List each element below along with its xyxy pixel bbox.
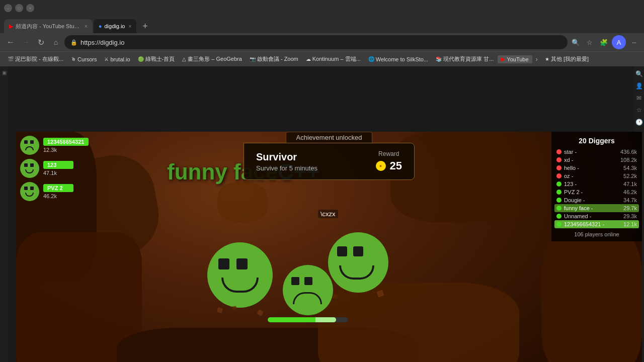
browser-search-icon[interactable]: 🔍: [570, 36, 582, 48]
sidebar-toggle-icon[interactable]: ▣: [0, 68, 8, 76]
player-avatar-3: [20, 182, 39, 201]
enemy-name-label: \cxzx: [318, 210, 338, 218]
lb-row-123: 123 - 47.1k: [554, 180, 639, 188]
tab-digdig[interactable]: ● digdig.io ×: [94, 19, 136, 33]
bookmark-geogebra[interactable]: △ 畫三角形 – GeoGebra: [179, 54, 246, 64]
tab-favicon-digdig: ●: [99, 23, 102, 29]
window-close-btn[interactable]: ×: [26, 4, 34, 12]
reward-coin-icon: ●: [376, 161, 386, 171]
nav-home-button[interactable]: ⌂: [49, 36, 62, 49]
char-mouth-middle-sad: [293, 292, 322, 304]
lb-row-funny-face: funny face - 29.7k: [554, 204, 639, 212]
bookmark-youtube[interactable]: ▶ YouTube: [498, 55, 532, 63]
char-face-big-right: [328, 232, 388, 293]
address-bar[interactable]: 🔒 https://digdig.io: [64, 35, 568, 49]
char-face-big-left: [207, 242, 273, 308]
char-mouth-big-right: [339, 265, 374, 280]
achievement-info: Survivor Survive for 5 minutes: [256, 151, 317, 172]
reward-value-row: ● 25: [376, 159, 402, 172]
tab-youtube-studio[interactable]: ▶ 頻道內容 - YouTube Studio ×: [4, 19, 93, 33]
new-tab-button[interactable]: +: [139, 19, 151, 33]
reward-label: Reward: [378, 150, 399, 157]
bookmarks-bar: 🎬 泥巴影院 - 在線觀... 🖱 Cursors ⚔ brutal.io 🟢 …: [0, 51, 644, 66]
browser-extensions-icon[interactable]: 🧩: [598, 36, 610, 48]
achievement-title: Survivor: [256, 151, 317, 163]
bookmark-zoom[interactable]: 📷 啟動會議 - Zoom: [246, 54, 302, 64]
sidebar-mail-icon[interactable]: ✉: [636, 95, 641, 102]
achievement-card: Survivor Survive for 5 minutes Reward ● …: [244, 143, 415, 180]
left-sidebar-panel: ▣: [0, 66, 8, 362]
nav-refresh-button[interactable]: ↻: [34, 36, 47, 49]
browser-profile-icon[interactable]: A: [612, 35, 626, 49]
sidebar-search-icon[interactable]: 🔍: [635, 70, 643, 77]
browser-menu-button[interactable]: ···: [628, 36, 640, 48]
lb-row-unnamed: Unnamed - 29.3k: [554, 212, 639, 220]
char-eyes-middle: [291, 277, 312, 285]
sidebar-user-icon[interactable]: 👤: [635, 82, 643, 89]
achievement-banner: Achievement unlocked Survivor Survive fo…: [16, 132, 642, 180]
lb-row-self: 123456654321 - 12.1k: [554, 220, 639, 228]
achievement-reward-section: Reward ● 25: [376, 150, 402, 172]
browser-title-bar: – □ ×: [0, 0, 644, 16]
tab-close-youtube[interactable]: ×: [85, 24, 88, 29]
bookmark-kontinuum[interactable]: ☁ Kontinuum – 雲端...: [302, 54, 364, 64]
player-name-bar-3: PVZ 2: [43, 184, 73, 192]
bookmark-education[interactable]: 📚 現代教育資源庫 甘...: [432, 54, 497, 64]
window-min-btn[interactable]: □: [15, 4, 23, 12]
character-big-left: [207, 242, 273, 308]
cave-wall-8: [217, 182, 268, 222]
reward-amount: 25: [390, 159, 402, 172]
sidebar-history-icon[interactable]: 🕐: [635, 119, 643, 126]
nav-back-button[interactable]: ←: [4, 36, 17, 49]
tab-favicon-youtube: ▶: [9, 23, 13, 30]
address-bar-row: ← → ↻ ⌂ 🔒 https://digdig.io 🔍 ☆ 🧩 A ···: [0, 33, 644, 51]
avatar-eyes-3: [24, 187, 34, 190]
nav-forward-button[interactable]: →: [19, 36, 32, 49]
address-lock-icon: 🔒: [70, 39, 77, 46]
char-mouth-big-left: [221, 278, 259, 293]
player-info-3: PVZ 2 46.2k: [43, 184, 73, 199]
tab-close-digdig[interactable]: ×: [128, 24, 131, 29]
avatar-mouth-normal-3: [25, 193, 34, 197]
address-url[interactable]: https://digdig.io: [80, 39, 561, 46]
bookmark-mud-cinema[interactable]: 🎬 泥巴影院 - 在線觀...: [4, 54, 67, 64]
char-eyes-big-right: [337, 246, 363, 256]
tab-title-digdig: digdig.io: [105, 23, 125, 29]
character-middle: [283, 265, 333, 315]
char-eyes-big-left: [218, 258, 248, 269]
tab-title-youtube: 頻道內容 - YouTube Studio: [16, 23, 81, 30]
middle-char-health-bar: [268, 317, 348, 322]
game-area[interactable]: Achievement unlocked Survivor Survive fo…: [16, 132, 642, 362]
bookmark-green-warrior[interactable]: 🟢 綠戰士-首頁: [134, 54, 179, 64]
window-back-btn[interactable]: –: [4, 4, 12, 12]
sidebar-bookmark-icon[interactable]: ☆: [636, 107, 642, 114]
char-face-middle: [283, 265, 333, 315]
player-score-3: 46.2k: [43, 193, 73, 199]
bookmark-star-icon[interactable]: ☆: [584, 36, 596, 48]
cave-wall-7: [318, 283, 519, 362]
players-online-count: 106 players online: [554, 228, 639, 238]
bookmark-brutal[interactable]: ⚔ brutal.io: [101, 55, 133, 63]
achievement-unlocked-label: Achievement unlocked: [286, 132, 373, 143]
character-big-right: [328, 232, 388, 293]
bookmark-other-favorites[interactable]: ★ 其他 [我的最愛]: [541, 54, 592, 64]
lb-row-dougie: Dougie - 34.7k: [554, 196, 639, 204]
bookmarks-more-button[interactable]: ›: [533, 54, 541, 64]
tabs-bar: ▶ 頻道內容 - YouTube Studio × ● digdig.io × …: [0, 16, 644, 33]
cave-wall-6: [541, 227, 642, 362]
player-entry-3: PVZ 2 46.2k: [20, 182, 89, 201]
lb-row-pvz2: PVZ 2 - 46.2k: [554, 188, 639, 196]
achievement-description: Survive for 5 minutes: [256, 164, 317, 172]
bookmark-silkstore[interactable]: 🌐 Welcome to SilkSto...: [365, 55, 432, 63]
bookmark-cursors[interactable]: 🖱 Cursors: [67, 55, 101, 63]
